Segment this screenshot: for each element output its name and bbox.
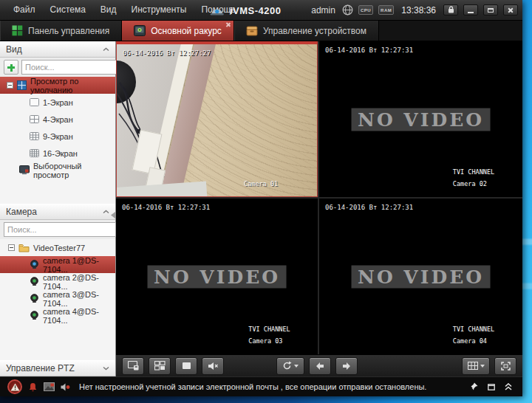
tree-item-1-screen-label: 1-Экран [43,98,73,107]
speaker-mute-icon [208,362,219,371]
save-view-as-icon [154,361,166,371]
tree-item-camera-4[interactable]: camera 4@DS-7104... [0,307,115,324]
video-toolbar [116,354,522,376]
collapse-expander-icon[interactable] [7,82,13,89]
view-search-row [0,58,115,77]
menu-bar: Файл Система Вид Инструменты Помощь [0,0,243,20]
pin-button[interactable] [470,382,478,391]
motion-alarm-icon[interactable] [28,382,38,392]
no-video-banner: NO VIDEO [351,108,491,131]
chevron-up-icon [103,210,109,214]
osd-camera-name: Camera 04 [453,335,494,347]
app-logo-icon [210,4,225,17]
tree-item-9-screen-label: 9-Экран [43,132,73,141]
app-title: iVMS-4200 [230,5,282,16]
tree-item-default-view[interactable]: Просмотр по умолчанию [0,77,115,94]
tree-item-camera-2-label: camera 2@DS-7104... [43,273,115,291]
camera-panel-header[interactable]: Камера [0,204,115,220]
video-area: 06-14-2016 Вт 12:27:27 Camera 01 06-14-2… [116,41,522,376]
fullscreen-icon [501,362,511,371]
mute-audio-button[interactable] [202,357,224,375]
restore-panel-button[interactable] [488,384,495,390]
window-division-icon [468,362,478,370]
camera-search-row [0,220,115,239]
tree-item-camera-2[interactable]: camera 2@DS-7104... [0,273,115,290]
video-exception-icon[interactable] [44,382,55,391]
tab-main-view[interactable]: Основной ракурс [122,21,234,41]
maximize-button[interactable] [483,4,498,16]
tree-item-custom-view[interactable]: Выборочный просмотр [0,162,115,179]
camera-icon [30,277,39,286]
camera-search-input[interactable] [4,223,115,236]
page-navigation-group [276,357,362,375]
network-globe-icon[interactable] [342,4,353,16]
video-tile-camera-01[interactable]: 06-14-2016 Вт 12:27:27 Camera 01 [116,41,318,197]
add-view-button[interactable] [4,60,18,75]
fullscreen-button[interactable] [494,357,516,375]
ptz-panel-header[interactable]: Управление PTZ [0,360,115,376]
default-view-icon [17,80,27,90]
cpu-usage-icon[interactable]: CPU [358,5,373,15]
previous-page-button[interactable] [309,357,331,375]
camera-icon [30,294,39,303]
osd-timestamp: 06-14-2016 Вт 12:27:31 [122,204,210,211]
collapse-statusbar-button[interactable] [505,383,512,390]
main-view-icon [134,25,146,36]
window-division-button[interactable] [462,357,490,375]
tree-item-9-screen[interactable]: 9-Экран [0,128,115,145]
camera-icon [30,311,39,320]
tree-item-device-group[interactable]: VideoTester77 [0,239,115,256]
tree-item-16-screen-label: 16-Экран [43,149,78,158]
lock-button[interactable] [443,4,458,16]
sidebar-collapse-handle[interactable] [111,208,115,221]
menu-file[interactable]: Файл [6,0,43,20]
titlebar-right-cluster: admin CPU RAM 13:38:36 [311,4,522,16]
tree-item-camera-1[interactable]: camera 1@DS-7104... [0,256,115,273]
audio-exception-icon[interactable] [61,383,70,391]
video-tile-camera-03[interactable]: 06-14-2016 Вт 12:27:31 NO VIDEO TVI CHAN… [116,199,318,354]
video-tile-camera-04[interactable]: 06-14-2016 Вт 12:27:31 NO VIDEO TVI CHAN… [319,199,522,354]
tree-item-4-screen-label: 4-Экран [43,115,73,124]
menu-tools[interactable]: Инструменты [124,0,194,20]
clock-time: 13:38:36 [401,5,436,16]
tab-close-icon[interactable] [226,22,231,27]
folder-icon [18,244,30,252]
close-button[interactable] [503,4,518,16]
camera-search-box [4,222,131,237]
osd-camera-name: Camera 02 [453,178,494,190]
alarm-event-button[interactable] [7,379,22,394]
tab-dashboard[interactable]: Панель управления [0,21,122,41]
arrow-left-icon [315,362,325,371]
tree-item-4-screen[interactable]: 4-Экран [0,111,115,128]
alarm-triangle-icon [10,383,20,391]
save-view-button[interactable] [122,357,144,375]
tab-device-management[interactable]: Управление устройством [234,21,379,41]
tree-item-camera-3[interactable]: camera 3@DS-7104... [0,290,115,307]
minimize-button[interactable] [463,4,478,16]
osd-channel-type: TVI CHANNEL [453,166,494,178]
tree-item-16-screen[interactable]: 16-Экран [0,145,115,162]
osd-timestamp: 06-14-2016 Вт 12:27:31 [325,46,413,54]
osd-channel-info: TVI CHANNEL Camera 04 [453,323,494,347]
stop-icon [183,362,191,369]
view-tree: Просмотр по умолчанию 1-Экран 4-Экран [0,77,115,204]
screen-1-icon [30,97,39,107]
tree-item-default-view-label: Просмотр по умолчанию [30,77,115,94]
tree-item-custom-view-label: Выборочный просмотр [33,162,115,179]
video-tile-camera-02[interactable]: 06-14-2016 Вт 12:27:31 NO VIDEO TVI CHAN… [319,41,522,197]
collapse-expander-icon[interactable] [8,244,15,251]
menu-system[interactable]: Система [43,0,93,20]
cycle-view-button[interactable] [276,357,304,375]
save-view-as-button[interactable] [149,357,171,375]
stop-all-button[interactable] [175,357,197,375]
next-page-button[interactable] [335,357,358,375]
screen-16-icon [30,148,39,158]
tree-item-1-screen[interactable]: 1-Экран [0,94,115,111]
menu-view[interactable]: Вид [93,0,124,20]
logged-in-user: admin [311,5,335,16]
view-panel-header[interactable]: Вид [0,41,115,58]
osd-timestamp: 06-14-2016 Вт 12:27:27 [123,49,211,57]
ram-usage-icon[interactable]: RAM [378,5,394,15]
tab-device-management-label: Управление устройством [263,26,366,36]
ptz-panel-title: Управление PTZ [6,363,75,373]
